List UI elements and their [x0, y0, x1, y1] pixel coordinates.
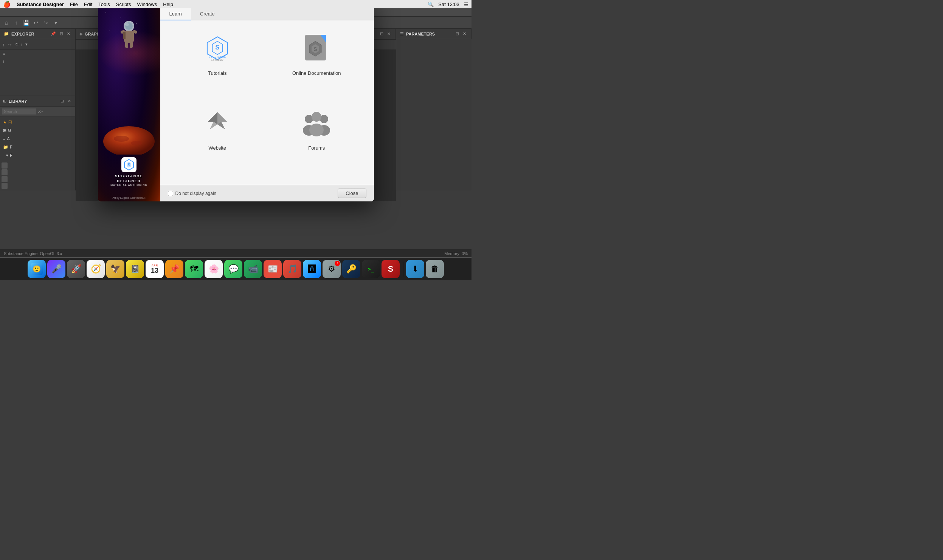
- dock-notes[interactable]: 📓: [126, 260, 144, 278]
- menu-edit[interactable]: Edit: [84, 2, 92, 7]
- params-expand-icon[interactable]: ⊡: [454, 31, 460, 37]
- mini-icon-3[interactable]: [2, 176, 8, 182]
- artwork-credit: Art by Eugene Golovanchuk: [112, 196, 145, 199]
- tutorials-icon: S SUBSTANCE ACADEMY: [200, 32, 234, 66]
- dialog-artwork: S SUBSTANCE DESIGNER MATERIAL AUTHORING …: [98, 8, 160, 201]
- docs-item[interactable]: S Online Documentation: [271, 32, 363, 99]
- status-bar: Substance Engine: OpenGL 3.x Memory: 0%: [0, 249, 472, 257]
- dock-trash[interactable]: 🗑: [426, 260, 444, 278]
- apple-menu[interactable]: 🍎: [3, 1, 11, 8]
- star-1: [105, 12, 106, 12]
- welcome-dialog: Welcome to Substance Designer: [98, 0, 374, 201]
- artwork-logo-text: SUBSTANCE DESIGNER MATERIAL AUTHORING: [110, 174, 147, 187]
- tutorials-item[interactable]: S SUBSTANCE ACADEMY Tutorials: [172, 32, 264, 99]
- menu-list-icon[interactable]: ☰: [464, 2, 468, 7]
- svg-point-35: [312, 112, 321, 122]
- dock-finder[interactable]: 🙂: [28, 260, 46, 278]
- upload-icon[interactable]: ↑: [13, 19, 20, 26]
- params-panel-icon: ☰: [400, 31, 404, 36]
- explorer-panel-header: 📁 EXPLORER 📌 ⊡ ✕: [0, 29, 76, 39]
- params-close-icon[interactable]: ✕: [462, 31, 467, 37]
- svg-text:S: S: [127, 162, 130, 167]
- menu-file[interactable]: File: [70, 2, 78, 7]
- svg-marker-28: [208, 112, 217, 124]
- more-icon[interactable]: ▾: [52, 19, 59, 26]
- checkbox-text: Do not display again: [175, 191, 217, 196]
- graph-panel-icon: ◈: [79, 31, 82, 36]
- menu-help[interactable]: Help: [163, 2, 173, 7]
- svg-text:🙂: 🙂: [33, 265, 41, 273]
- undo-icon[interactable]: ↩: [33, 19, 39, 26]
- spotlight-icon[interactable]: 🔍: [428, 2, 434, 7]
- dock-launchpad[interactable]: 🚀: [67, 260, 85, 278]
- dock-siri[interactable]: 🎤: [47, 260, 65, 278]
- dock-stickies[interactable]: 📌: [165, 260, 183, 278]
- website-item[interactable]: Website: [172, 107, 264, 174]
- menu-tools[interactable]: Tools: [98, 2, 110, 7]
- tab-learn[interactable]: Learn: [160, 8, 191, 20]
- svg-text:S: S: [215, 44, 219, 51]
- do-not-display-checkbox[interactable]: [168, 191, 173, 196]
- dock-terminal[interactable]: >_: [362, 260, 380, 278]
- save-icon[interactable]: 💾: [23, 19, 29, 26]
- tab-create[interactable]: Create: [191, 8, 224, 20]
- home-icon[interactable]: ⌂: [3, 19, 10, 26]
- star-2: [121, 17, 121, 18]
- params-panel-header: ☰ PARAMETERS ⊡ ✕: [396, 29, 472, 39]
- app-name-menu[interactable]: Substance Designer: [17, 2, 64, 7]
- svg-marker-27: [217, 112, 227, 124]
- mini-icon-1[interactable]: [2, 162, 8, 169]
- artwork-logo-icon: S: [121, 157, 136, 172]
- menu-bar-right: 🔍 Sat 13:03 ☰: [428, 2, 468, 7]
- engine-status: Substance Engine: OpenGL 3.x: [4, 251, 62, 256]
- dock-maps[interactable]: 🗺: [185, 260, 203, 278]
- learn-grid: S SUBSTANCE ACADEMY Tutorials: [160, 20, 374, 185]
- graph-expand-icon[interactable]: ⊡: [379, 31, 385, 37]
- main-area: ↑ ↑↑ ↻ i ▾ ≡ i ⊞ LIBRARY ⊡: [0, 39, 472, 190]
- svg-rect-6: [130, 41, 133, 48]
- dock-news[interactable]: 📰: [264, 260, 282, 278]
- docs-label: Online Documentation: [292, 70, 341, 76]
- dock: 🙂 🎤 🚀 🧭 🦅 📓 APR 13 📌 🗺 🌸 💬 📹 📰 🎵: [0, 257, 472, 280]
- dock-calendar[interactable]: APR 13: [146, 260, 164, 278]
- graph-close-icon[interactable]: ✕: [386, 31, 392, 37]
- docs-icon: S: [299, 32, 333, 66]
- dialog-footer: Do not display again Close: [160, 185, 374, 201]
- planet: [102, 121, 155, 156]
- dock-appstore[interactable]: 🅰: [303, 260, 321, 278]
- redo-icon[interactable]: ↪: [42, 19, 49, 26]
- forums-label: Forums: [308, 145, 325, 151]
- close-button[interactable]: Close: [338, 189, 366, 198]
- dock-prefs[interactable]: ⚙ !: [323, 260, 341, 278]
- dock-music[interactable]: 🎵: [283, 260, 301, 278]
- menu-windows[interactable]: Windows: [137, 2, 157, 7]
- website-label: Website: [208, 145, 226, 151]
- dock-messages[interactable]: 💬: [224, 260, 242, 278]
- menu-scripts[interactable]: Scripts: [116, 2, 131, 7]
- explorer-expand-icon[interactable]: ⊡: [59, 31, 64, 37]
- artwork-logo: S SUBSTANCE DESIGNER MATERIAL AUTHORING: [110, 157, 147, 187]
- mini-icon-2[interactable]: [2, 169, 8, 175]
- dock-photos[interactable]: 🌸: [205, 260, 223, 278]
- svg-point-11: [131, 141, 142, 145]
- svg-text:SUBSTANCE: SUBSTANCE: [209, 56, 226, 58]
- dock-eagle[interactable]: 🦅: [106, 260, 124, 278]
- forums-item[interactable]: Forums: [271, 107, 363, 174]
- dock-facetime[interactable]: 📹: [244, 260, 262, 278]
- svg-rect-7: [123, 32, 126, 39]
- svg-point-8: [125, 23, 129, 26]
- dock-1password[interactable]: 🔑: [342, 260, 360, 278]
- mini-icon-4[interactable]: [2, 183, 8, 189]
- dialog-overlay: Welcome to Substance Designer: [0, 39, 472, 159]
- svg-point-9: [103, 126, 155, 155]
- dock-airdrop[interactable]: ⬇: [406, 260, 424, 278]
- dock-safari[interactable]: 🧭: [87, 260, 105, 278]
- dock-substance[interactable]: S: [382, 260, 400, 278]
- do-not-display-label[interactable]: Do not display again: [168, 191, 217, 196]
- explorer-close-icon[interactable]: ✕: [66, 31, 71, 37]
- explorer-pin-icon[interactable]: 📌: [50, 31, 57, 37]
- params-panel-label: PARAMETERS: [406, 32, 435, 36]
- tutorials-label: Tutorials: [208, 70, 226, 76]
- website-icon: [200, 107, 234, 141]
- star-4: [151, 14, 151, 14]
